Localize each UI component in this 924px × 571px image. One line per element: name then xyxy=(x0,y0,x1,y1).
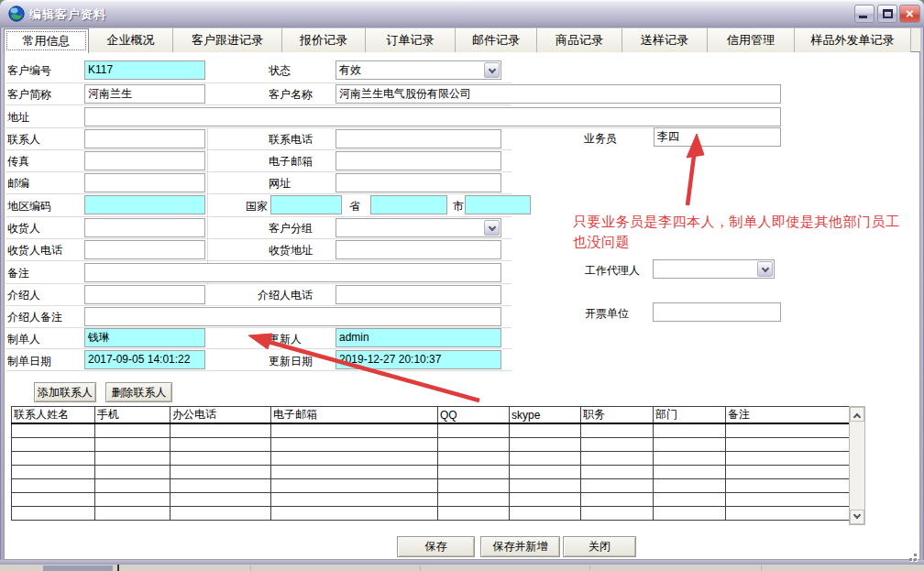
resize-grip-icon[interactable] xyxy=(909,558,912,561)
table-cell[interactable] xyxy=(654,478,726,492)
table-cell[interactable] xyxy=(438,465,510,478)
contact-phone-field[interactable] xyxy=(336,129,501,148)
table-cell[interactable] xyxy=(170,465,271,478)
table-cell[interactable] xyxy=(510,492,581,506)
table-cell[interactable] xyxy=(438,437,510,451)
table-cell[interactable] xyxy=(654,492,726,506)
table-cell[interactable] xyxy=(581,465,654,478)
table-cell[interactable] xyxy=(95,478,170,492)
table-cell[interactable] xyxy=(654,423,726,437)
table-cell[interactable] xyxy=(271,423,438,437)
table-cell[interactable] xyxy=(654,437,726,451)
table-cell[interactable] xyxy=(170,451,271,465)
tab-sample-records[interactable]: 送样记录 xyxy=(622,28,708,52)
tab-product-records[interactable]: 商品记录 xyxy=(537,28,622,52)
close-form-button[interactable]: 关闭 xyxy=(563,536,636,557)
table-row[interactable] xyxy=(12,437,850,451)
table-cell[interactable] xyxy=(510,478,581,492)
col-header-mobile[interactable]: 手机 xyxy=(95,407,170,424)
table-cell[interactable] xyxy=(271,465,438,478)
table-cell[interactable] xyxy=(581,506,654,520)
table-cell[interactable] xyxy=(12,451,95,465)
tab-mail-records[interactable]: 邮件记录 xyxy=(456,28,537,52)
table-cell[interactable] xyxy=(95,451,170,465)
work-agent-dropdown[interactable] xyxy=(653,259,775,279)
status-dropdown-button[interactable] xyxy=(484,62,500,78)
introducer-phone-field[interactable] xyxy=(336,285,501,304)
table-cell[interactable] xyxy=(170,478,271,492)
table-cell[interactable] xyxy=(581,437,654,451)
table-cell[interactable] xyxy=(170,423,271,437)
introducer-field[interactable] xyxy=(84,285,205,304)
consignee-field[interactable] xyxy=(84,218,205,237)
zip-field[interactable] xyxy=(84,173,205,192)
table-cell[interactable] xyxy=(726,506,850,520)
col-header-contact-name[interactable]: 联系人姓名 xyxy=(12,407,95,424)
tab-company-overview[interactable]: 企业概况 xyxy=(89,28,173,52)
table-cell[interactable] xyxy=(12,478,95,492)
table-cell[interactable] xyxy=(271,492,438,506)
work-agent-dropdown-button[interactable] xyxy=(757,261,773,277)
col-header-department[interactable]: 部门 xyxy=(654,407,726,424)
delivery-address-field[interactable] xyxy=(336,240,501,259)
table-cell[interactable] xyxy=(438,423,510,437)
table-cell[interactable] xyxy=(726,492,850,506)
table-cell[interactable] xyxy=(271,451,438,465)
resize-grip-icon[interactable] xyxy=(914,554,917,556)
remark-field[interactable] xyxy=(84,263,501,282)
table-row[interactable] xyxy=(12,492,850,506)
col-header-office-phone[interactable]: 办公电话 xyxy=(170,407,271,424)
table-cell[interactable] xyxy=(726,465,850,478)
save-button[interactable]: 保存 xyxy=(397,536,475,557)
col-header-position[interactable]: 职务 xyxy=(581,407,654,424)
invoice-unit-field[interactable] xyxy=(653,302,781,322)
table-cell[interactable] xyxy=(95,437,170,451)
customer-group-dropdown-button[interactable] xyxy=(484,220,500,236)
table-cell[interactable] xyxy=(271,437,438,451)
table-cell[interactable] xyxy=(654,506,726,520)
table-cell[interactable] xyxy=(438,506,510,520)
table-row[interactable] xyxy=(12,478,850,492)
full-name-field[interactable]: 河南兰生电气股份有限公司 xyxy=(336,84,781,104)
table-cell[interactable] xyxy=(271,506,438,520)
table-cell[interactable] xyxy=(12,506,95,520)
table-cell[interactable] xyxy=(95,465,170,478)
minimize-button[interactable] xyxy=(854,5,874,23)
table-cell[interactable] xyxy=(170,506,271,520)
table-cell[interactable] xyxy=(95,423,170,437)
delete-contact-button[interactable]: 删除联系人 xyxy=(105,382,172,402)
table-cell[interactable] xyxy=(510,451,581,465)
col-header-qq[interactable]: QQ xyxy=(438,407,510,424)
scroll-down-button[interactable] xyxy=(850,510,864,524)
resize-grip-icon[interactable] xyxy=(914,558,917,561)
address-field[interactable] xyxy=(84,107,781,126)
table-cell[interactable] xyxy=(654,451,726,465)
table-cell[interactable] xyxy=(581,492,654,506)
table-cell[interactable] xyxy=(12,492,95,506)
col-header-remark[interactable]: 备注 xyxy=(726,407,850,424)
consignee-phone-field[interactable] xyxy=(84,240,205,259)
table-row[interactable] xyxy=(12,506,850,520)
table-cell[interactable] xyxy=(581,451,654,465)
table-row[interactable] xyxy=(12,465,850,478)
email-field[interactable] xyxy=(336,151,501,170)
table-cell[interactable] xyxy=(726,451,850,465)
table-cell[interactable] xyxy=(95,506,170,520)
table-cell[interactable] xyxy=(438,492,510,506)
status-dropdown[interactable]: 有效 xyxy=(336,60,501,80)
table-cell[interactable] xyxy=(271,478,438,492)
contact-field[interactable] xyxy=(84,129,205,148)
maximize-button[interactable] xyxy=(877,5,897,23)
short-name-field[interactable]: 河南兰生 xyxy=(84,84,205,104)
customer-group-dropdown[interactable] xyxy=(336,218,501,237)
tab-sample-out-records[interactable]: 样品外发单记录 xyxy=(795,28,911,52)
salesman-field[interactable]: 李四 xyxy=(654,127,781,147)
table-scrollbar[interactable] xyxy=(849,406,865,525)
table-cell[interactable] xyxy=(581,478,654,492)
table-cell[interactable] xyxy=(510,465,581,478)
tab-credit-management[interactable]: 信用管理 xyxy=(708,28,795,52)
tab-order-records[interactable]: 订单记录 xyxy=(366,28,456,52)
table-cell[interactable] xyxy=(12,465,95,478)
scroll-up-button[interactable] xyxy=(850,407,864,422)
close-button[interactable]: × xyxy=(899,5,920,23)
